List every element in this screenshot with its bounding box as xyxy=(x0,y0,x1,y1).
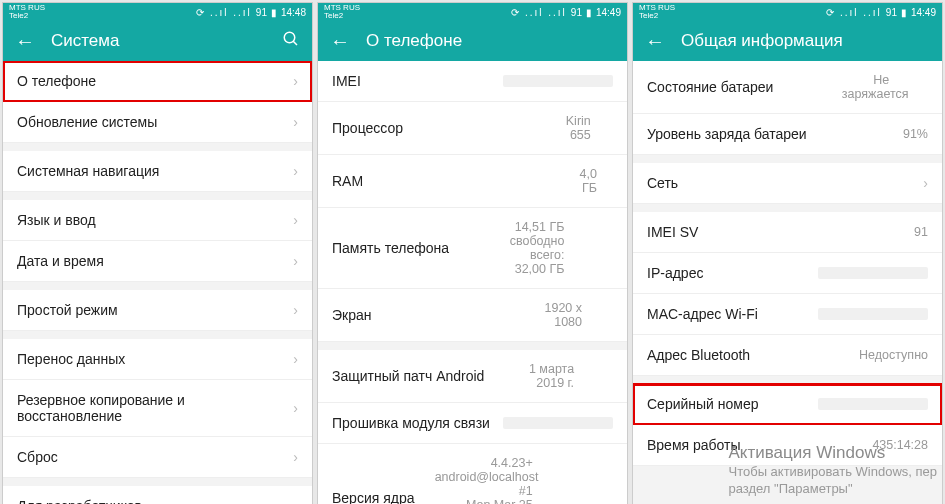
item-label: Процессор xyxy=(332,120,403,136)
redacted-value xyxy=(503,417,613,429)
battery-pct: 91 xyxy=(571,7,582,18)
item-label: Память телефона xyxy=(332,240,449,256)
settings-list: О телефоне›Обновление системы›Системная … xyxy=(3,61,312,504)
page-title: О телефоне xyxy=(366,31,615,51)
list-item[interactable]: Язык и ввод› xyxy=(3,200,312,241)
chevron-right-icon: › xyxy=(293,114,298,130)
battery-pct: 91 xyxy=(886,7,897,18)
status-icons: ⟳ ..ıl ..ıl 91 ▮ 14:48 xyxy=(196,7,306,18)
chevron-right-icon: › xyxy=(293,351,298,367)
item-value: Kirin 655 xyxy=(564,114,591,142)
page-title: Система xyxy=(51,31,266,51)
chevron-right-icon: › xyxy=(293,449,298,465)
list-item[interactable]: Простой режим› xyxy=(3,290,312,331)
status-icons: ⟳ ..ıl ..ıl 91 ▮ 14:49 xyxy=(826,7,936,18)
list-item[interactable]: Сеть› xyxy=(633,163,942,204)
redacted-value xyxy=(818,398,928,410)
item-label: Резервное копирование и восстановление xyxy=(17,392,287,424)
list-item[interactable]: Дата и время› xyxy=(3,241,312,282)
item-label: Серийный номер xyxy=(647,396,759,412)
list-item[interactable]: Время работы435:14:28 xyxy=(633,425,942,466)
info-list: Состояние батареиНе заряжаетсяУровень за… xyxy=(633,61,942,504)
item-label: О телефоне xyxy=(17,73,96,89)
list-item[interactable]: IP-адрес xyxy=(633,253,942,294)
list-item[interactable]: Резервное копирование и восстановление› xyxy=(3,380,312,437)
clock: 14:49 xyxy=(911,7,936,18)
battery-pct: 91 xyxy=(256,7,267,18)
signal-icon: ..ıl ..ıl xyxy=(840,7,882,18)
page-title: Общая информация xyxy=(681,31,930,51)
list-item[interactable]: IMEI xyxy=(318,61,627,102)
list-item[interactable]: Защитный патч Android1 марта 2019 г. xyxy=(318,350,627,403)
item-label: Прошивка модуля связи xyxy=(332,415,490,431)
item-value: 435:14:28 xyxy=(872,438,903,452)
item-label: RAM xyxy=(332,173,363,189)
chevron-right-icon: › xyxy=(293,400,298,416)
list-item[interactable]: Память телефона14,51 ГБ свободновсего: 3… xyxy=(318,208,627,289)
redacted-value xyxy=(503,75,613,87)
battery-icon: ▮ xyxy=(271,7,277,18)
list-item[interactable]: Экран1920 x 1080 xyxy=(318,289,627,342)
item-label: Версия ядра xyxy=(332,490,415,504)
chevron-right-icon: › xyxy=(923,175,928,191)
list-item[interactable]: Обновление системы› xyxy=(3,102,312,143)
back-icon[interactable]: ← xyxy=(330,31,350,51)
item-label: Экран xyxy=(332,307,372,323)
back-icon[interactable]: ← xyxy=(645,31,665,51)
item-label: IMEI xyxy=(332,73,361,89)
item-label: Системная навигация xyxy=(17,163,159,179)
screen-system: MTS RUS Tele2 ⟳ ..ıl ..ıl 91 ▮ 14:48 ← С… xyxy=(2,2,313,504)
list-item[interactable]: RAM4,0 ГБ xyxy=(318,155,627,208)
list-item[interactable]: О телефоне› xyxy=(3,61,312,102)
search-icon[interactable] xyxy=(282,30,300,53)
header-bar: ← Система xyxy=(3,21,312,61)
chevron-right-icon: › xyxy=(293,498,298,504)
back-icon[interactable]: ← xyxy=(15,31,35,51)
sync-icon: ⟳ xyxy=(826,7,836,18)
status-bar: MTS RUS Tele2 ⟳ ..ıl ..ıl 91 ▮ 14:49 xyxy=(318,3,627,21)
clock: 14:49 xyxy=(596,7,621,18)
chevron-right-icon: › xyxy=(293,253,298,269)
list-item[interactable]: Сброс› xyxy=(3,437,312,478)
list-item[interactable]: Серийный номер xyxy=(633,384,942,425)
status-bar: MTS RUS Tele2 ⟳ ..ıl ..ıl 91 ▮ 14:49 xyxy=(633,3,942,21)
item-label: Адрес Bluetooth xyxy=(647,347,750,363)
list-item[interactable]: MAC-адрес Wi-Fi xyxy=(633,294,942,335)
status-bar: MTS RUS Tele2 ⟳ ..ıl ..ıl 91 ▮ 14:48 xyxy=(3,3,312,21)
list-item[interactable]: Системная навигация› xyxy=(3,151,312,192)
item-value: 1920 x 1080 xyxy=(544,301,582,329)
list-item[interactable]: IMEI SV91 xyxy=(633,212,942,253)
item-label: Защитный патч Android xyxy=(332,368,484,384)
header-bar: ← О телефоне xyxy=(318,21,627,61)
item-label: Сброс xyxy=(17,449,58,465)
item-label: Простой режим xyxy=(17,302,118,318)
chevron-right-icon: › xyxy=(293,73,298,89)
item-label: Перенос данных xyxy=(17,351,125,367)
item-label: Уровень заряда батареи xyxy=(647,126,807,142)
chevron-right-icon: › xyxy=(293,212,298,228)
signal-icon: ..ıl ..ıl xyxy=(525,7,567,18)
list-item[interactable]: Версия ядра4.4.23+android@localhost #1Mo… xyxy=(318,444,627,504)
list-item[interactable]: Для разработчиков› xyxy=(3,486,312,504)
list-item[interactable]: Уровень заряда батареи91% xyxy=(633,114,942,155)
list-item[interactable]: ПроцессорKirin 655 xyxy=(318,102,627,155)
sync-icon: ⟳ xyxy=(196,7,206,18)
item-label: IMEI SV xyxy=(647,224,698,240)
item-value: 14,51 ГБ свободновсего: 32,00 ГБ xyxy=(505,220,564,276)
item-value: 4.4.23+android@localhost #1Mon Mar 25 14… xyxy=(435,456,533,504)
item-value: 1 марта 2019 г. xyxy=(527,362,575,390)
clock: 14:48 xyxy=(281,7,306,18)
list-item[interactable]: Состояние батареиНе заряжается xyxy=(633,61,942,114)
item-label: Время работы xyxy=(647,437,741,453)
svg-line-1 xyxy=(293,41,297,45)
list-item[interactable]: Перенос данных› xyxy=(3,339,312,380)
screen-about-phone: MTS RUS Tele2 ⟳ ..ıl ..ıl 91 ▮ 14:49 ← О… xyxy=(317,2,628,504)
list-item[interactable]: Прошивка модуля связи xyxy=(318,403,627,444)
status-icons: ⟳ ..ıl ..ıl 91 ▮ 14:49 xyxy=(511,7,621,18)
header-bar: ← Общая информация xyxy=(633,21,942,61)
carrier-label: MTS RUS Tele2 xyxy=(9,4,45,20)
item-value: Недоступно xyxy=(859,348,897,362)
list-item[interactable]: Адрес BluetoothНедоступно xyxy=(633,335,942,376)
item-label: Обновление системы xyxy=(17,114,157,130)
carrier-label: MTS RUS Tele2 xyxy=(324,4,360,20)
